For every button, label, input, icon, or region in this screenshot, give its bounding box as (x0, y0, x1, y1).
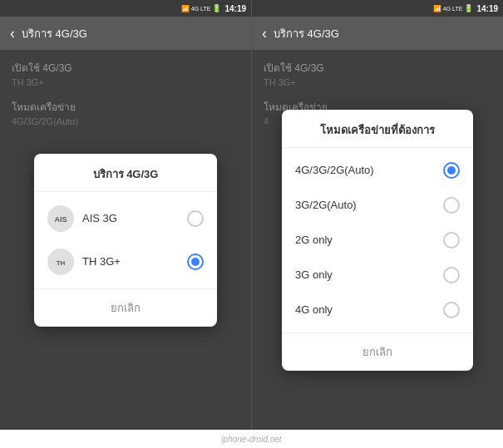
right-4g-icon: 4G LTE (443, 6, 463, 12)
left-screen: 📶 4G LTE 🔋 14:19 ‹ บริการ 4G/3G เปิดใช้ … (0, 0, 251, 430)
left-dialog-item-th3g[interactable]: TH TH 3G+ (34, 240, 217, 283)
right-radio-4gonly[interactable] (443, 302, 460, 318)
right-item-4gonly[interactable]: 4G only (282, 293, 473, 327)
left-battery-icon: 🔋 (212, 4, 221, 12)
svg-text:AIS: AIS (54, 215, 67, 224)
right-label-auto3g2g: 3G/2G(Auto) (295, 199, 443, 211)
left-back-button[interactable]: ‹ (10, 25, 15, 42)
right-dialog-overlay: โหมดเครือข่ายที่ต้องการ 4G/3G/2G(Auto) 3… (252, 50, 503, 430)
left-dialog-item-ais[interactable]: AIS AIS 3G (34, 197, 217, 240)
right-status-bar: 📶 4G LTE 🔋 14:19 (252, 0, 503, 17)
right-wifi-icon: 📶 (433, 5, 441, 12)
right-battery-icon: 🔋 (464, 4, 473, 12)
left-status-icons: 📶 4G LTE 🔋 (181, 4, 222, 12)
right-radio-auto3g2g[interactable] (443, 197, 460, 214)
right-label-2gonly: 2G only (295, 234, 443, 246)
left-4g-icon: 4G LTE (191, 6, 211, 12)
left-wifi-icon: 📶 (181, 5, 190, 12)
right-item-2gonly[interactable]: 2G only (282, 223, 473, 258)
right-cancel-button[interactable]: ยกเลิก (282, 332, 473, 371)
right-item-auto4g3g2g[interactable]: 4G/3G/2G(Auto) (282, 153, 473, 188)
right-radio-3gonly[interactable] (443, 267, 460, 283)
left-cancel-button[interactable]: ยกเลิก (34, 288, 217, 327)
watermark-bar: iphone-droid.net (0, 430, 503, 448)
left-dialog-overlay: บริการ 4G/3G AIS AIS 3G (0, 50, 251, 430)
right-radio-auto4g3g2g[interactable] (443, 162, 460, 179)
left-th3g-icon: TH (47, 249, 74, 275)
right-page-title: บริการ 4G/3G (274, 25, 339, 42)
right-back-button[interactable]: ‹ (262, 25, 267, 42)
left-th3g-label: TH 3G+ (82, 255, 179, 268)
left-time: 14:19 (224, 4, 246, 13)
left-dialog: บริการ 4G/3G AIS AIS 3G (34, 154, 217, 327)
right-page-content: เปิดใช้ 4G/3G TH 3G+ โหมดเครือข่าย 4 โหม… (252, 50, 503, 430)
right-dialog-title: โหมดเครือข่ายที่ต้องการ (282, 110, 473, 148)
right-item-3gonly[interactable]: 3G only (282, 258, 473, 293)
left-ais-label: AIS 3G (82, 212, 179, 224)
left-page-title: บริการ 4G/3G (22, 25, 87, 42)
right-status-icons: 📶 4G LTE 🔋 (433, 4, 474, 12)
left-page-content: เปิดใช้ 4G/3G TH 3G+ โหมดเครือข่าย 4G/3G… (0, 50, 251, 430)
right-item-auto3g2g[interactable]: 3G/2G(Auto) (282, 188, 473, 223)
right-label-auto4g3g2g: 4G/3G/2G(Auto) (295, 164, 443, 176)
right-radio-2gonly[interactable] (443, 232, 460, 249)
right-dialog-items: 4G/3G/2G(Auto) 3G/2G(Auto) 2G only (282, 148, 473, 332)
svg-text:TH: TH (57, 259, 66, 267)
right-label-4gonly: 4G only (295, 303, 443, 316)
left-dialog-title: บริการ 4G/3G (34, 154, 217, 192)
right-page-header: ‹ บริการ 4G/3G (252, 17, 503, 50)
right-dialog: โหมดเครือข่ายที่ต้องการ 4G/3G/2G(Auto) 3… (282, 110, 473, 371)
left-ais-radio[interactable] (187, 210, 204, 227)
right-time: 14:19 (476, 4, 498, 13)
left-th3g-radio[interactable] (187, 254, 204, 270)
watermark-text: iphone-droid.net (221, 435, 281, 444)
right-label-3gonly: 3G only (295, 268, 443, 281)
right-screen: 📶 4G LTE 🔋 14:19 ‹ บริการ 4G/3G เปิดใช้ … (251, 0, 503, 430)
left-page-header: ‹ บริการ 4G/3G (0, 17, 251, 50)
left-status-bar: 📶 4G LTE 🔋 14:19 (0, 0, 251, 17)
left-dialog-items: AIS AIS 3G TH TH 3G+ (34, 192, 217, 288)
left-ais-icon: AIS (47, 205, 74, 232)
